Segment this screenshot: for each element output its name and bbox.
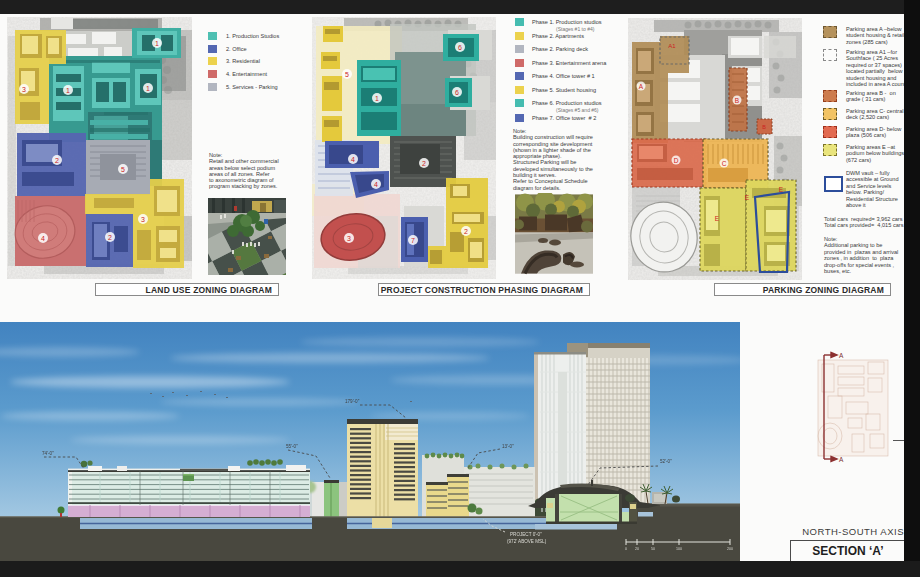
svg-text:20: 20 — [635, 547, 639, 551]
svg-text:3: 3 — [141, 216, 145, 223]
svg-text:200: 200 — [727, 547, 733, 551]
svg-text:55'-0": 55'-0" — [286, 444, 298, 449]
svg-text:A: A — [839, 456, 844, 463]
svg-text:6: 6 — [455, 89, 459, 96]
svg-text:2: 2 — [422, 160, 426, 167]
svg-text:2: 2 — [464, 228, 468, 235]
svg-text:B: B — [762, 124, 766, 130]
svg-text:2: 2 — [55, 157, 59, 164]
svg-text:6: 6 — [458, 44, 462, 51]
svg-text:1: 1 — [375, 95, 379, 102]
svg-text:7: 7 — [411, 237, 415, 244]
svg-text:A1: A1 — [668, 43, 676, 49]
svg-text:4: 4 — [41, 235, 45, 242]
svg-text:5: 5 — [345, 71, 349, 78]
svg-text:100: 100 — [676, 547, 682, 551]
svg-text:PROJECT 0'-0": PROJECT 0'-0" — [510, 532, 542, 537]
svg-text:A: A — [839, 352, 844, 359]
svg-text:0: 0 — [625, 547, 627, 551]
svg-text:50: 50 — [651, 547, 655, 551]
svg-text:E: E — [779, 186, 784, 193]
svg-text:3: 3 — [22, 86, 26, 93]
svg-text:179'-0": 179'-0" — [345, 399, 360, 404]
svg-text:5: 5 — [121, 166, 125, 173]
svg-text:3: 3 — [347, 235, 351, 242]
svg-text:E: E — [715, 215, 720, 222]
svg-text:D: D — [674, 157, 679, 164]
svg-text:B: B — [735, 97, 739, 104]
svg-text:4: 4 — [374, 181, 378, 188]
svg-text:E: E — [745, 194, 750, 201]
svg-text:1: 1 — [146, 85, 150, 92]
svg-text:(972' ABOVE MSL): (972' ABOVE MSL) — [507, 539, 547, 544]
svg-text:2: 2 — [108, 234, 112, 241]
svg-text:74'-0": 74'-0" — [42, 451, 54, 456]
svg-text:1: 1 — [66, 87, 70, 94]
svg-text:13'-0": 13'-0" — [502, 444, 514, 449]
svg-text:52'-0": 52'-0" — [660, 459, 672, 464]
svg-text:1: 1 — [155, 40, 159, 47]
svg-text:A: A — [639, 83, 644, 90]
svg-text:4: 4 — [351, 156, 355, 163]
svg-text:C: C — [722, 160, 727, 167]
